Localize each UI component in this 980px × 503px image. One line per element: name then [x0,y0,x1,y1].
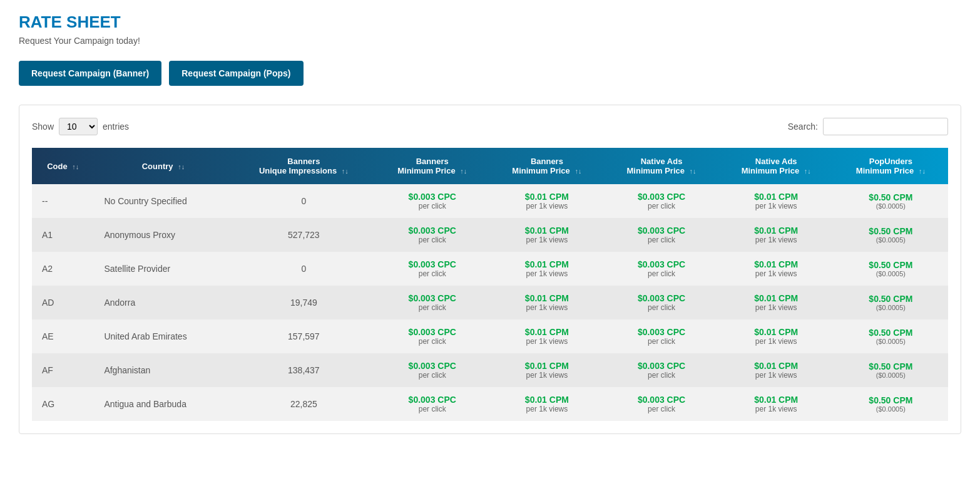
sort-icon-code: ↑↓ [72,163,79,170]
request-campaign-pops-button[interactable]: Request Campaign (Pops) [169,61,303,86]
price-sub: per 1k views [725,236,827,244]
cell-country: Afghanistan [94,353,232,387]
cell-native-cpm: $0.01 CPM per 1k views [719,353,834,387]
price-main: $0.01 CPM [496,226,598,236]
price-sub: per 1k views [725,337,827,346]
cell-native-cpc: $0.003 CPC per click [604,353,718,387]
col-native-min-cpm[interactable]: Native AdsMinimum Price ↑↓ [719,148,834,184]
page-container: RATE SHEET Request Your Campaign today! … [0,0,980,447]
cell-banners-unique: 527,723 [233,218,375,252]
cell-native-cpc: $0.003 CPC per click [604,252,718,286]
entries-label: entries [103,122,129,132]
cell-country: No Country Specified [94,184,232,218]
price-main: $0.50 CPM [840,226,942,236]
table-wrapper: Show 10 25 50 100 entries Search: Code ↑… [19,105,961,434]
col-country[interactable]: Country ↑↓ [94,148,232,184]
price-sub: per click [610,303,712,312]
col-popunders-min[interactable]: PopUndersMinimum Price ↑↓ [834,148,948,184]
price-main: $0.50 CPM [840,395,942,405]
cell-banners-cpm: $0.01 CPM per 1k views [489,387,604,421]
price-main: $0.01 CPM [496,259,598,269]
cell-popunders: $0.50 CPM ($0.0005) [834,387,948,421]
search-label: Search: [788,122,818,132]
table-header: Code ↑↓ Country ↑↓ BannersUnique Impress… [32,148,948,184]
table-row: AE United Arab Emirates 157,597 $0.003 C… [32,319,948,353]
cell-native-cpc: $0.003 CPC per click [604,286,718,319]
show-entries-control: Show 10 25 50 100 entries [32,118,129,135]
cell-native-cpc: $0.003 CPC per click [604,319,718,353]
price-main: $0.50 CPM [840,260,942,270]
cell-banners-cpm: $0.01 CPM per 1k views [489,218,604,252]
price-sub: per click [381,236,483,244]
entries-select[interactable]: 10 25 50 100 [59,118,98,135]
cell-popunders: $0.50 CPM ($0.0005) [834,319,948,353]
col-banners-unique[interactable]: BannersUnique Impressions ↑↓ [233,148,375,184]
request-campaign-banner-button[interactable]: Request Campaign (Banner) [19,61,161,86]
price-sub: per click [610,337,712,346]
cell-banners-cpm: $0.01 CPM per 1k views [489,252,604,286]
table-body: -- No Country Specified 0 $0.003 CPC per… [32,184,948,421]
cell-banners-cpc: $0.003 CPC per click [375,319,489,353]
cell-code: AG [32,387,94,421]
price-main: $0.003 CPC [381,226,483,236]
table-row: A1 Anonymous Proxy 527,723 $0.003 CPC pe… [32,218,948,252]
cell-country: United Arab Emirates [94,319,232,353]
cell-native-cpm: $0.01 CPM per 1k views [719,252,834,286]
search-input[interactable] [823,118,948,135]
price-main: $0.50 CPM [840,192,942,202]
cell-banners-cpc: $0.003 CPC per click [375,252,489,286]
price-main: $0.50 CPM [840,294,942,304]
price-sub: per 1k views [725,269,827,278]
price-main: $0.50 CPM [840,361,942,371]
table-row: -- No Country Specified 0 $0.003 CPC per… [32,184,948,218]
cell-banners-unique: 0 [233,252,375,286]
price-main: $0.003 CPC [381,327,483,337]
price-sub: per 1k views [725,303,827,312]
price-sub: per click [381,337,483,346]
cell-native-cpm: $0.01 CPM per 1k views [719,319,834,353]
price-sub: per 1k views [725,405,827,413]
cell-banners-unique: 138,437 [233,353,375,387]
cell-banners-cpc: $0.003 CPC per click [375,286,489,319]
cell-country: Satellite Provider [94,252,232,286]
price-sub: per 1k views [496,405,598,413]
cell-banners-unique: 157,597 [233,319,375,353]
cell-native-cpc: $0.003 CPC per click [604,387,718,421]
sort-icon-banners-cpm: ↑↓ [574,167,581,175]
price-note: ($0.0005) [840,405,942,413]
cell-code: A1 [32,218,94,252]
col-banners-min-cpc[interactable]: BannersMinimum Price ↑↓ [375,148,489,184]
cell-banners-cpc: $0.003 CPC per click [375,184,489,218]
cell-banners-cpc: $0.003 CPC per click [375,218,489,252]
price-sub: per click [381,202,483,210]
price-main: $0.01 CPM [725,395,827,405]
price-sub: per 1k views [496,303,598,312]
price-sub: per click [610,405,712,413]
col-code[interactable]: Code ↑↓ [32,148,94,184]
price-sub: per 1k views [496,371,598,380]
search-box: Search: [788,118,948,135]
price-note: ($0.0005) [840,270,942,277]
sort-icon-country: ↑↓ [178,163,185,170]
price-main: $0.01 CPM [496,192,598,202]
price-main: $0.003 CPC [610,226,712,236]
price-sub: per click [610,236,712,244]
cell-native-cpc: $0.003 CPC per click [604,218,718,252]
price-main: $0.003 CPC [610,361,712,371]
col-native-min-cpc[interactable]: Native AdsMinimum Price ↑↓ [604,148,718,184]
price-main: $0.01 CPM [725,361,827,371]
sort-icon-banners-unique: ↑↓ [342,167,349,175]
price-main: $0.01 CPM [496,361,598,371]
cell-popunders: $0.50 CPM ($0.0005) [834,218,948,252]
price-sub: per click [381,303,483,312]
price-main: $0.01 CPM [496,395,598,405]
price-main: $0.50 CPM [840,328,942,338]
cell-banners-cpm: $0.01 CPM per 1k views [489,184,604,218]
show-label: Show [32,122,54,132]
table-controls: Show 10 25 50 100 entries Search: [32,118,948,135]
cell-country: Antigua and Barbuda [94,387,232,421]
price-sub: per 1k views [496,337,598,346]
price-main: $0.003 CPC [381,395,483,405]
price-sub: per click [610,371,712,380]
col-banners-min-cpm[interactable]: BannersMinimum Price ↑↓ [489,148,604,184]
